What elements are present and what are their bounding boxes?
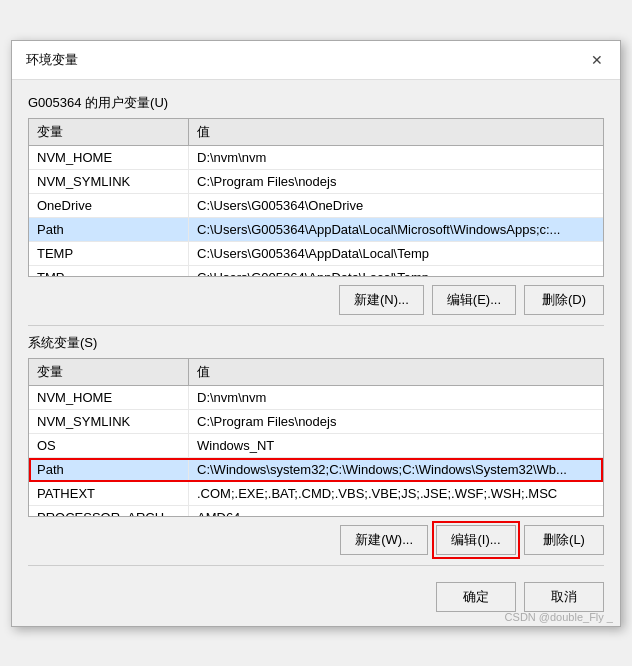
dialog-body: G005364 的用户变量(U) 变量 值 NVM_HOME D:\nvm\nv… — [12, 80, 620, 626]
system-table-row[interactable]: NVM_SYMLINK C:\Program Files\nodejs — [29, 410, 603, 434]
system-delete-button[interactable]: 删除(L) — [524, 525, 604, 555]
system-row-val: D:\nvm\nvm — [189, 386, 603, 409]
system-new-button[interactable]: 新建(W)... — [340, 525, 428, 555]
environment-variables-dialog: 环境变量 ✕ G005364 的用户变量(U) 变量 值 NVM_HOME D:… — [11, 40, 621, 627]
user-table-row[interactable]: OneDrive C:\Users\G005364\OneDrive — [29, 194, 603, 218]
system-row-var: PATHEXT — [29, 482, 189, 505]
system-edit-button[interactable]: 编辑(I)... — [436, 525, 516, 555]
user-variables-table: 变量 值 NVM_HOME D:\nvm\nvm NVM_SYMLINK C:\… — [28, 118, 604, 277]
system-row-var: NVM_HOME — [29, 386, 189, 409]
system-table-inner: 变量 值 NVM_HOME D:\nvm\nvm NVM_SYMLINK C:\… — [29, 359, 603, 516]
system-table-header: 变量 值 — [29, 359, 603, 386]
user-new-button[interactable]: 新建(N)... — [339, 285, 424, 315]
user-section-label: G005364 的用户变量(U) — [28, 94, 604, 112]
user-table-header: 变量 值 — [29, 119, 603, 146]
bottom-divider — [28, 565, 604, 566]
user-row-var: TMP — [29, 266, 189, 276]
cancel-button[interactable]: 取消 — [524, 582, 604, 612]
user-row-var: NVM_SYMLINK — [29, 170, 189, 193]
title-bar: 环境变量 ✕ — [12, 41, 620, 80]
system-variables-table: 变量 值 NVM_HOME D:\nvm\nvm NVM_SYMLINK C:\… — [28, 358, 604, 517]
system-row-var: NVM_SYMLINK — [29, 410, 189, 433]
ok-button[interactable]: 确定 — [436, 582, 516, 612]
close-button[interactable]: ✕ — [586, 49, 608, 71]
system-row-var: Path — [29, 458, 189, 481]
system-table-row[interactable]: NVM_HOME D:\nvm\nvm — [29, 386, 603, 410]
user-table-inner: 变量 值 NVM_HOME D:\nvm\nvm NVM_SYMLINK C:\… — [29, 119, 603, 276]
user-col-var: 变量 — [29, 119, 189, 145]
dialog-title: 环境变量 — [26, 51, 78, 69]
user-table-body[interactable]: NVM_HOME D:\nvm\nvm NVM_SYMLINK C:\Progr… — [29, 146, 603, 276]
user-table-row[interactable]: NVM_HOME D:\nvm\nvm — [29, 146, 603, 170]
user-row-val: D:\nvm\nvm — [189, 146, 603, 169]
user-row-var: TEMP — [29, 242, 189, 265]
user-table-row[interactable]: NVM_SYMLINK C:\Program Files\nodejs — [29, 170, 603, 194]
system-table-row[interactable]: PROCESSOR_ARCHITECT... AMD64 — [29, 506, 603, 516]
system-table-row[interactable]: Path C:\Windows\system32;C:\Windows;C:\W… — [29, 458, 603, 482]
user-table-row[interactable]: TEMP C:\Users\G005364\AppData\Local\Temp — [29, 242, 603, 266]
user-table-row[interactable]: TMP C:\Users\G005364\AppData\Local\Temp — [29, 266, 603, 276]
system-row-val: C:\Windows\system32;C:\Windows;C:\Window… — [189, 458, 603, 481]
user-col-val: 值 — [189, 119, 603, 145]
system-col-var: 变量 — [29, 359, 189, 385]
system-row-var: OS — [29, 434, 189, 457]
user-row-val: C:\Users\G005364\AppData\Local\Microsoft… — [189, 218, 603, 241]
system-buttons-row: 新建(W)... 编辑(I)... 删除(L) — [28, 525, 604, 555]
user-row-var: OneDrive — [29, 194, 189, 217]
user-row-var: NVM_HOME — [29, 146, 189, 169]
system-row-var: PROCESSOR_ARCHITECT... — [29, 506, 189, 516]
system-row-val: Windows_NT — [189, 434, 603, 457]
user-edit-button[interactable]: 编辑(E)... — [432, 285, 516, 315]
user-row-val: C:\Users\G005364\OneDrive — [189, 194, 603, 217]
user-row-val: C:\Users\G005364\AppData\Local\Temp — [189, 266, 603, 276]
user-row-val: C:\Program Files\nodejs — [189, 170, 603, 193]
system-table-body[interactable]: NVM_HOME D:\nvm\nvm NVM_SYMLINK C:\Progr… — [29, 386, 603, 516]
user-row-var: Path — [29, 218, 189, 241]
system-table-row[interactable]: PATHEXT .COM;.EXE;.BAT;.CMD;.VBS;.VBE;JS… — [29, 482, 603, 506]
system-section-label: 系统变量(S) — [28, 334, 604, 352]
bottom-buttons-row: 确定 取消 — [28, 574, 604, 616]
system-row-val: .COM;.EXE;.BAT;.CMD;.VBS;.VBE;JS;.JSE;.W… — [189, 482, 603, 505]
user-table-row[interactable]: Path C:\Users\G005364\AppData\Local\Micr… — [29, 218, 603, 242]
user-delete-button[interactable]: 删除(D) — [524, 285, 604, 315]
system-row-val: C:\Program Files\nodejs — [189, 410, 603, 433]
system-col-val: 值 — [189, 359, 589, 385]
system-row-val: AMD64 — [189, 506, 603, 516]
section-divider — [28, 325, 604, 326]
user-row-val: C:\Users\G005364\AppData\Local\Temp — [189, 242, 603, 265]
system-table-row[interactable]: OS Windows_NT — [29, 434, 603, 458]
user-buttons-row: 新建(N)... 编辑(E)... 删除(D) — [28, 285, 604, 315]
